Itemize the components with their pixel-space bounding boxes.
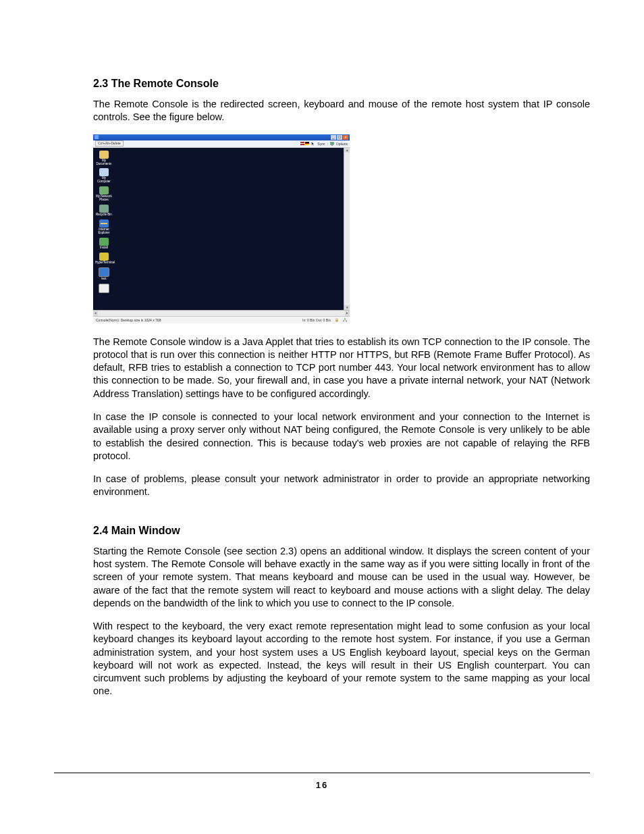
desktop-icon[interactable]: My Computer (95, 168, 113, 184)
horizontal-scrollbar[interactable]: ◂ ▸ (93, 310, 350, 316)
desktop-icon[interactable]: HyperTerminal (95, 253, 113, 265)
gear-icon (99, 253, 109, 261)
window-controls: _ □ × (331, 135, 348, 140)
paragraph: In case the IP console is connected to y… (93, 411, 590, 463)
round-icon (99, 238, 109, 246)
keyboard-flags[interactable] (300, 142, 309, 145)
paragraph: The Remote Console is the redirected scr… (93, 98, 590, 124)
network-icon (343, 318, 347, 322)
mon-icon (99, 267, 109, 277)
icon-label: My Network Places (95, 195, 113, 202)
monitor-icon[interactable] (330, 142, 334, 146)
scroll-right-icon[interactable]: ▸ (345, 311, 350, 316)
desktop-icon[interactable]: Internet Explorer (95, 219, 113, 235)
separator: | (327, 142, 327, 146)
status-text-right: In: 0 B/s Out: 0 B/s (302, 318, 331, 322)
footer-rule (54, 773, 590, 773)
remote-desktop-view[interactable]: My DocumentsMy ComputerMy Network Places… (93, 148, 350, 310)
desktop-icon[interactable] (95, 284, 113, 293)
desktop-icon[interactable]: My Documents (95, 151, 113, 166)
folder-icon (99, 151, 109, 159)
flag-us-icon (300, 142, 304, 145)
page-number: 16 (0, 780, 644, 790)
status-text-left: Console(Norm): Desktop size is 1024 x 76… (96, 318, 161, 322)
paragraph: The Remote Console window is a Java Appl… (93, 336, 590, 400)
svg-rect-1 (331, 145, 333, 145)
paragraph: In case of problems, please consult your… (93, 473, 590, 499)
icon-label: HyperTerminal (95, 261, 113, 265)
desktop-icon[interactable]: test (95, 267, 113, 281)
window-titlebar: _ □ × (93, 134, 350, 140)
svg-rect-3 (343, 320, 344, 321)
sync-label[interactable]: Sync (317, 142, 325, 146)
flag-de-icon (305, 142, 309, 145)
scroll-left-icon[interactable]: ◂ (93, 311, 98, 316)
svg-rect-4 (346, 320, 347, 321)
doc-icon (99, 284, 109, 293)
status-bar: Console(Norm): Desktop size is 1024 x 76… (93, 316, 350, 323)
section-heading-2-3: 2.3 The Remote Console (93, 78, 590, 90)
desktop-icon[interactable]: Recycle Bin (95, 205, 113, 217)
desktop-icon[interactable]: My Network Places (95, 186, 113, 202)
section-heading-2-4: 2.4 Main Window (93, 525, 590, 537)
scroll-up-icon[interactable]: ▴ (344, 148, 350, 153)
app-icon (95, 135, 99, 139)
lock-icon (335, 318, 339, 322)
paragraph: Starting the Remote Console (see section… (93, 545, 590, 610)
document-page: 2.3 The Remote Console The Remote Consol… (0, 0, 644, 834)
svg-rect-5 (344, 318, 346, 319)
icon-label: My Computer (95, 177, 113, 184)
icon-label: Internet Explorer (95, 228, 113, 235)
desktop-area[interactable]: My DocumentsMy ComputerMy Network Places… (93, 148, 344, 310)
svg-rect-0 (330, 142, 333, 145)
close-icon[interactable]: × (343, 135, 348, 140)
icon-label: My Documents (95, 159, 113, 166)
scroll-track[interactable] (98, 311, 345, 316)
pc-icon (99, 168, 109, 176)
ie-icon (99, 219, 109, 228)
svg-rect-2 (336, 319, 338, 321)
minimize-icon[interactable]: _ (331, 135, 336, 140)
scroll-down-icon[interactable]: ▾ (344, 305, 350, 310)
desktop-icon[interactable]: Install (95, 238, 113, 250)
vertical-scrollbar[interactable]: ▴ ▾ (344, 148, 350, 310)
icon-label: test (95, 278, 113, 281)
maximize-icon[interactable]: □ (337, 135, 342, 140)
cursor-icon (311, 142, 315, 146)
ctrl-alt-del-button[interactable]: Ctrl+Alt+Delete (95, 140, 124, 147)
console-toolbar: Ctrl+Alt+Delete Sync | Options (93, 140, 350, 148)
icon-label: Install (95, 246, 113, 250)
options-label[interactable]: Options (336, 142, 348, 146)
bin-icon (99, 205, 109, 213)
paragraph: With respect to the keyboard, the very e… (93, 620, 590, 698)
remote-console-figure: _ □ × Ctrl+Alt+Delete Sync | Options My … (93, 134, 350, 323)
icon-label: Recycle Bin (95, 213, 113, 217)
net-icon (99, 186, 109, 194)
